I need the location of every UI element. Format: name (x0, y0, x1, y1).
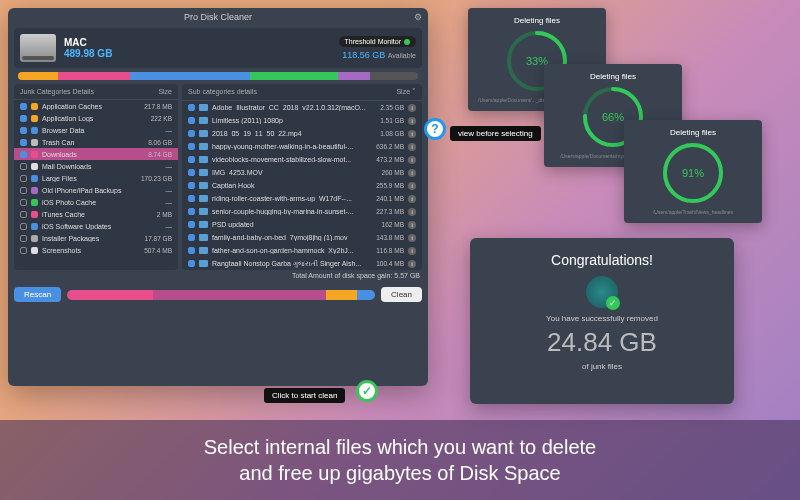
category-row[interactable]: iOS Software Updates— (14, 220, 178, 232)
folder-icon (199, 104, 208, 111)
checkbox[interactable] (20, 199, 27, 206)
info-icon[interactable]: i (408, 143, 416, 151)
disk-header: MAC 489.98 GB Threshold Monitor 118.56 G… (14, 28, 422, 68)
callout-marker-icon: ? (424, 118, 446, 140)
color-chip-icon (31, 211, 38, 218)
folder-icon (199, 182, 208, 189)
checkbox[interactable] (188, 208, 195, 215)
info-icon[interactable]: i (408, 130, 416, 138)
color-chip-icon (31, 127, 38, 134)
category-row[interactable]: Large Files170.23 GB (14, 172, 178, 184)
checkbox[interactable] (20, 139, 27, 146)
info-icon[interactable]: i (408, 208, 416, 216)
disk-available: 118.56 GB (342, 50, 385, 60)
tagline: Select internal files which you want to … (0, 420, 800, 500)
rescan-button[interactable]: Rescan (14, 287, 61, 302)
file-row[interactable]: happy-young-mother-walking-in-a-beautifu… (182, 140, 422, 153)
checkbox[interactable] (188, 195, 195, 202)
checkbox[interactable] (188, 156, 195, 163)
checkbox[interactable] (20, 115, 27, 122)
sub-header: Sub categories details (188, 88, 257, 96)
info-icon[interactable]: i (408, 182, 416, 190)
checkbox[interactable] (188, 221, 195, 228)
file-row[interactable]: Adobe_Illustrator_CC_2018_v22.1.0.312(ma… (182, 101, 422, 114)
checkbox[interactable] (20, 163, 27, 170)
category-row[interactable]: Application Caches217.8 MB (14, 100, 178, 112)
folder-icon (199, 156, 208, 163)
app-window: Pro Disk Cleaner ⚙ MAC 489.98 GB Thresho… (8, 8, 428, 386)
info-icon[interactable]: i (408, 234, 416, 242)
info-icon[interactable]: i (408, 117, 416, 125)
gain-bar (67, 290, 375, 300)
checkbox[interactable] (20, 175, 27, 182)
file-row[interactable]: Limitless (2011) 1080p1.51 GBi (182, 114, 422, 127)
checkbox[interactable] (20, 247, 27, 254)
color-chip-icon (31, 163, 38, 170)
file-row[interactable]: Rangtaali Nonstop Garba ગુજરાતી Singer A… (182, 257, 422, 270)
checkbox[interactable] (188, 234, 195, 241)
info-icon[interactable]: i (408, 156, 416, 164)
checkbox[interactable] (188, 260, 195, 267)
congrats-value: 24.84 GB (484, 327, 720, 358)
disk-icon (20, 34, 56, 62)
category-row[interactable]: Old iPhone/iPad Backups— (14, 184, 178, 196)
category-row[interactable]: iOS Photo Cache— (14, 196, 178, 208)
checkbox[interactable] (188, 117, 195, 124)
file-row[interactable]: PSD updated162 MBi (182, 218, 422, 231)
clean-button[interactable]: Clean (381, 287, 422, 302)
info-icon[interactable]: i (408, 221, 416, 229)
folder-icon (199, 117, 208, 124)
category-row[interactable]: Browser Data— (14, 124, 178, 136)
progress-percent: 91% (682, 167, 704, 179)
category-row[interactable]: Downloads8.74 GB (14, 148, 178, 160)
info-icon[interactable]: i (408, 195, 416, 203)
callout-marker-icon: ✓ (356, 380, 378, 402)
checkbox[interactable] (20, 223, 27, 230)
file-row[interactable]: videoblocks-movement-stabilized-slow-mot… (182, 153, 422, 166)
threshold-pill[interactable]: Threshold Monitor (339, 36, 416, 47)
file-row[interactable]: Captian Hook255.9 MBi (182, 179, 422, 192)
category-row[interactable]: iTunes Cache2 MB (14, 208, 178, 220)
checkbox[interactable] (188, 130, 195, 137)
checkbox[interactable] (20, 187, 27, 194)
info-icon[interactable]: i (408, 104, 416, 112)
folder-icon (199, 221, 208, 228)
checkbox[interactable] (188, 182, 195, 189)
info-icon[interactable]: i (408, 169, 416, 177)
file-row[interactable]: family-and-baby-on-bed_7ymoj8jhg (1).mov… (182, 231, 422, 244)
checkbox[interactable] (188, 169, 195, 176)
category-row[interactable]: Mail Downloads— (14, 160, 178, 172)
progress-percent: 66% (602, 111, 624, 123)
categories-header: Junk Categories Details (20, 88, 94, 95)
category-row[interactable]: Application Logs222 KB (14, 112, 178, 124)
checkbox[interactable] (20, 127, 27, 134)
color-chip-icon (31, 139, 38, 146)
file-row[interactable]: 2018_05_19_11_50_22.mp41.08 GBi (182, 127, 422, 140)
checkbox[interactable] (188, 104, 195, 111)
success-disk-icon (586, 276, 618, 308)
info-icon[interactable]: i (408, 260, 416, 268)
size-sort[interactable]: Size ˅ (396, 88, 416, 96)
checkbox[interactable] (188, 143, 195, 150)
category-row[interactable]: Installer Packages17.87 GB (14, 232, 178, 244)
folder-icon (199, 130, 208, 137)
checkbox[interactable] (20, 211, 27, 218)
status-dot-icon (404, 39, 410, 45)
checkbox[interactable] (20, 151, 27, 158)
file-row[interactable]: senior-couple-hugging-by-marina-in-sunse… (182, 205, 422, 218)
file-row[interactable]: riding-roller-coaster-with-arms-up_W17dF… (182, 192, 422, 205)
checkbox[interactable] (188, 247, 195, 254)
checkbox[interactable] (20, 103, 27, 110)
disk-name: MAC (64, 37, 331, 48)
gear-icon[interactable]: ⚙ (414, 12, 422, 22)
congrats-title: Congratulations! (484, 252, 720, 268)
file-row[interactable]: father-and-son-on-garden-hammock_Xy2bJ..… (182, 244, 422, 257)
info-icon[interactable]: i (408, 247, 416, 255)
file-row[interactable]: IMG_4253.MOV260 MBi (182, 166, 422, 179)
checkbox[interactable] (20, 235, 27, 242)
folder-icon (199, 169, 208, 176)
category-row[interactable]: Screenshots507.4 MB (14, 244, 178, 256)
progress-card: Deleting files91%/Users/apple/Trash/News… (624, 120, 762, 223)
folder-icon (199, 234, 208, 241)
category-row[interactable]: Trash Can8.06 GB (14, 136, 178, 148)
